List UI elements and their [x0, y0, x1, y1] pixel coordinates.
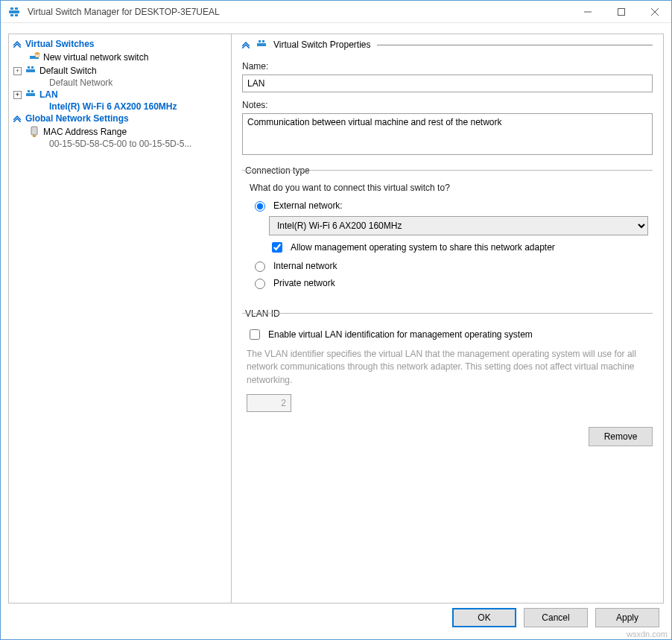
nic-icon	[28, 126, 40, 138]
section-label: Virtual Switches	[25, 39, 94, 49]
window: Virtual Switch Manager for DESKTOP-3E7UE…	[0, 0, 672, 640]
content-area: Virtual Switches ✦ New virtual network s…	[1, 23, 671, 603]
svg-rect-4	[15, 14, 18, 16]
minimize-button[interactable]	[571, 1, 604, 22]
svg-rect-13	[28, 66, 30, 69]
ok-button[interactable]: OK	[452, 608, 516, 627]
svg-rect-3	[10, 14, 13, 16]
checkbox-allow-mgmt-input[interactable]	[272, 242, 282, 253]
sidebar-item-label: Default Switch	[39, 66, 97, 76]
radio-label: Internal network	[273, 261, 337, 271]
window-title: Virtual Switch Manager for DESKTOP-3E7UE…	[28, 7, 571, 17]
sidebar-item-mac-range[interactable]: MAC Address Range	[12, 125, 228, 139]
switch-icon	[25, 65, 37, 77]
cancel-button[interactable]: Cancel	[524, 608, 588, 627]
panel-title: Virtual Switch Properties	[273, 39, 371, 50]
sidebar-item-lan[interactable]: + LAN	[12, 88, 228, 101]
name-label: Name:	[242, 61, 653, 72]
sidebar-item-new-switch[interactable]: ✦ New virtual network switch	[12, 51, 228, 64]
connection-question: What do you want to connect this virtual…	[250, 183, 648, 193]
radio-label: External network:	[273, 200, 343, 211]
section-virtual-switches[interactable]: Virtual Switches	[12, 37, 228, 51]
vlan-group: VLAN ID Enable virtual LAN identificatio…	[242, 308, 653, 416]
titlebar: Virtual Switch Manager for DESKTOP-3E7UE…	[1, 1, 671, 23]
divider	[377, 45, 653, 45]
svg-rect-20	[257, 43, 266, 46]
sidebar-item-label: LAN	[39, 89, 58, 100]
svg-rect-6	[618, 8, 624, 15]
name-input[interactable]	[242, 75, 653, 92]
vlan-description: The VLAN identifier specifies the virtua…	[247, 348, 648, 387]
expand-icon[interactable]: +	[13, 91, 22, 99]
remove-button[interactable]: Remove	[589, 427, 653, 446]
switch-icon	[25, 89, 37, 101]
checkbox-label: Enable virtual LAN identification for ma…	[268, 329, 533, 340]
svg-rect-12	[26, 69, 35, 72]
adapter-select[interactable]: Intel(R) Wi-Fi 6 AX200 160MHz	[269, 216, 648, 235]
radio-external-input[interactable]	[255, 201, 265, 212]
dialog-footer: OK Cancel Apply	[1, 603, 671, 639]
connection-type-group: Connection type What do you want to conn…	[242, 165, 653, 298]
sidebar: Virtual Switches ✦ New virtual network s…	[8, 34, 232, 603]
collapse-icon	[13, 115, 21, 122]
checkbox-enable-vlan[interactable]: Enable virtual LAN identification for ma…	[247, 327, 648, 342]
checkbox-enable-vlan-input[interactable]	[250, 329, 260, 340]
svg-rect-16	[28, 90, 30, 92]
notes-input[interactable]: Communication between virtual machine an…	[242, 113, 653, 155]
svg-text:✦: ✦	[34, 52, 40, 59]
collapse-icon	[13, 40, 21, 48]
radio-private-input[interactable]	[255, 279, 265, 289]
radio-internal-input[interactable]	[255, 262, 265, 272]
properties-panel: Virtual Switch Properties Name: Notes: C…	[232, 34, 664, 603]
vlan-id-input	[247, 394, 291, 412]
switch-icon	[256, 39, 267, 51]
section-label: Global Network Settings	[25, 113, 129, 124]
switch-new-icon: ✦	[28, 51, 40, 63]
svg-rect-2	[15, 7, 18, 10]
svg-rect-22	[262, 40, 264, 42]
radio-external[interactable]: External network:	[251, 199, 648, 212]
svg-rect-17	[31, 90, 34, 92]
svg-rect-21	[259, 40, 261, 42]
app-icon	[7, 4, 22, 19]
svg-rect-18	[31, 127, 37, 135]
svg-rect-14	[31, 66, 34, 69]
checkbox-allow-mgmt[interactable]: Allow management operating system to sha…	[269, 240, 648, 255]
apply-button[interactable]: Apply	[595, 608, 659, 627]
svg-rect-0	[9, 10, 19, 13]
watermark: wsxdn.com	[627, 630, 668, 639]
notes-label: Notes:	[242, 100, 653, 110]
sidebar-item-label: MAC Address Range	[43, 127, 127, 137]
radio-private[interactable]: Private network	[251, 276, 648, 289]
close-button[interactable]	[638, 1, 671, 22]
maximize-button[interactable]	[604, 1, 638, 22]
panel-header: Virtual Switch Properties	[242, 39, 653, 51]
svg-rect-1	[10, 7, 13, 10]
sidebar-item-subtitle: 00-15-5D-58-C5-00 to 00-15-5D-5...	[12, 139, 228, 149]
svg-rect-19	[33, 135, 36, 137]
collapse-icon	[242, 41, 250, 48]
expand-icon[interactable]: +	[13, 67, 22, 75]
checkbox-label: Allow management operating system to sha…	[291, 242, 555, 253]
section-global-settings[interactable]: Global Network Settings	[12, 112, 228, 125]
radio-internal[interactable]: Internal network	[251, 259, 648, 272]
svg-rect-15	[26, 93, 35, 96]
sidebar-item-default-switch[interactable]: + Default Switch	[12, 64, 228, 77]
sidebar-item-subtitle: Default Network	[12, 77, 228, 88]
sidebar-item-label: New virtual network switch	[43, 52, 148, 63]
sidebar-item-subtitle: Intel(R) Wi-Fi 6 AX200 160MHz	[12, 101, 228, 112]
radio-label: Private network	[273, 278, 335, 288]
